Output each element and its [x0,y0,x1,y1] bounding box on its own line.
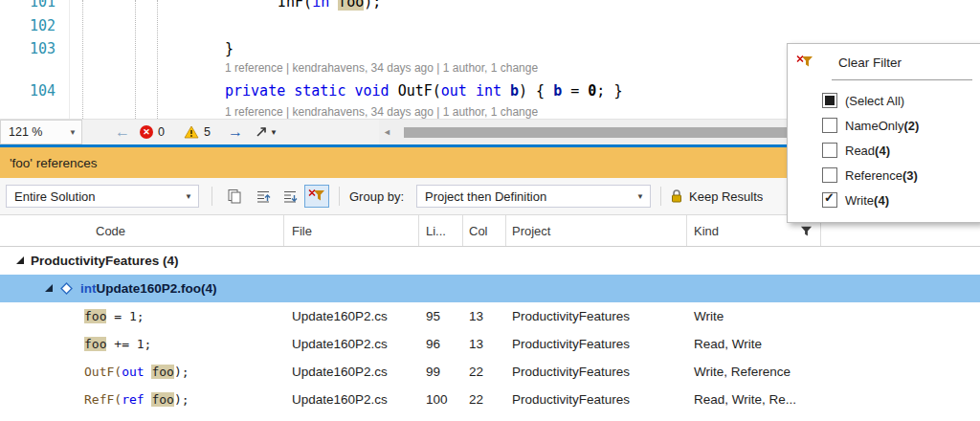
filter-option-reference[interactable]: Reference (3) [788,163,980,188]
line-cell: 95 [426,302,440,330]
code-segment: ; } [596,82,622,100]
group-by-select[interactable]: Project then Definition ▼ [416,185,651,208]
collapse-all-button[interactable] [251,185,276,208]
error-icon: ✕ [140,125,153,139]
reference-row[interactable]: foo += 1; Update160P2.cs 96 13 Productiv… [0,330,980,358]
col-cell: 22 [469,358,483,386]
toolbar-separator [339,187,340,206]
line-number: 104 [0,82,56,100]
keep-results-toggle[interactable]: Keep Results [670,185,763,208]
checkbox-unchecked[interactable] [822,143,837,158]
column-header-label: File [292,224,312,238]
line-cell: 99 [426,358,440,386]
warning-count[interactable]: 5 [184,120,211,144]
column-header-label: Code [96,224,125,238]
column-filter-icon[interactable] [800,225,813,237]
identifier: b [553,82,562,100]
kind-cell: Read, Write, Re... [694,386,796,413]
chevron-down-icon: ▼ [69,128,77,137]
group-row-project[interactable]: ProductivityFeatures (4) [0,247,980,275]
filter-option-count: (4) [874,193,889,208]
clear-filter-label: Clear Filter [838,44,902,80]
code-line-102[interactable]: 102 [0,17,980,38]
navigate-back-icon[interactable]: ← [115,120,130,144]
keyword: private static void [225,82,398,100]
scope-select[interactable]: Entire Solution ▼ [6,185,199,208]
expander-icon[interactable] [15,255,25,265]
navigate-forward-icon[interactable]: → [228,120,243,144]
column-header-col[interactable]: Col [463,215,506,246]
zoom-select[interactable]: 121 % ▼ [0,120,82,144]
clear-filter-icon [796,55,813,70]
scope-value: Entire Solution [14,189,96,204]
filter-option-write[interactable]: ✓ Write (4) [788,188,980,212]
filter-option-label: Write [845,193,874,208]
popup-divider [832,79,972,80]
line-number: 102 [0,17,56,34]
checkbox-checked[interactable]: ✓ [822,192,837,208]
col-cell: 13 [469,302,483,330]
expander-icon[interactable] [44,283,54,293]
error-count[interactable]: ✕ 0 [140,120,165,144]
reference-row[interactable]: RefF(ref foo); Update160P2.cs 100 22 Pro… [0,386,980,413]
copy-icon [227,188,242,204]
definition-row[interactable]: int Update160P2.foo (4) [0,275,980,302]
code-cell: RefF(ref foo); [84,386,189,413]
reference-row[interactable]: OutF(out foo); Update160P2.cs 99 22 Prod… [0,358,980,386]
project-cell: ProductivityFeatures [512,330,630,358]
filter-option-select-all[interactable]: (Select All) [788,88,980,113]
column-header-label: Project [512,224,550,238]
group-by-label: Group by: [349,185,404,208]
keyword: in [312,0,329,11]
keep-results-label: Keep Results [689,189,763,204]
copy-button[interactable] [222,185,247,208]
project-cell: ProductivityFeatures [512,386,630,413]
method-name: RefF( [84,392,122,407]
kind-cell: Write [694,302,724,330]
clear-filter-button[interactable]: Clear Filter [788,44,980,80]
definition-count: (4) [201,281,217,296]
code-segment: += 1; [106,337,151,351]
keyword: out int [441,82,510,100]
codelens-indicator[interactable]: 1 reference | kendrahavens, 34 days ago … [225,105,538,119]
filter-toggle-button[interactable] [304,185,329,208]
checkbox-unchecked[interactable] [822,118,837,133]
line-number: 101 [0,0,56,11]
checkbox-indeterminate[interactable] [822,93,837,108]
file-cell: Update160P2.cs [292,386,388,413]
chevron-down-icon: ▼ [270,128,278,137]
scroll-left-icon[interactable]: ◄ [383,120,391,144]
checkbox-unchecked[interactable] [822,167,837,183]
line-cell: 96 [426,330,440,358]
expand-all-icon [282,188,298,204]
kind-cell: Write, Reference [694,358,791,386]
column-header-code[interactable]: Code [0,215,284,246]
filter-option-read[interactable]: Read (4) [788,138,980,163]
references-title: 'foo' references [10,156,97,170]
number-literal: 0 [588,82,596,100]
codelens-indicator[interactable]: 1 reference | kendrahavens, 34 days ago … [225,61,538,75]
highlighted-reference: foo [151,365,173,379]
lock-icon [670,188,683,204]
column-header-file[interactable]: File [284,215,419,246]
code-segment: ) { [519,82,553,100]
code-text[interactable]: InF(in foo); [67,0,980,11]
code-cell: foo = 1; [84,302,145,330]
code-line-101[interactable]: 101 InF(in foo); [0,0,980,14]
kind-filter-popup: Clear Filter (Select All) NameOnly (2) R… [787,43,980,223]
column-header-line[interactable]: Li... [419,215,463,246]
reference-row[interactable]: foo = 1; Update160P2.cs 95 13 Productivi… [0,302,980,330]
caret-navigation-button[interactable]: ▼ [255,120,278,144]
column-header-project[interactable]: Project [506,215,687,246]
filter-option-label: Read [845,144,875,158]
col-cell: 13 [469,330,483,358]
column-header-label: Kind [694,224,719,238]
group-by-value: Project then Definition [425,189,546,204]
keyword: out [122,365,151,379]
method-name: OutF( [84,365,122,379]
filter-option-count: (3) [902,168,918,183]
file-cell: Update160P2.cs [292,358,388,386]
code-cell: OutF(out foo); [84,358,189,386]
filter-option-nameonly[interactable]: NameOnly (2) [788,113,980,138]
expand-all-button[interactable] [278,185,302,208]
